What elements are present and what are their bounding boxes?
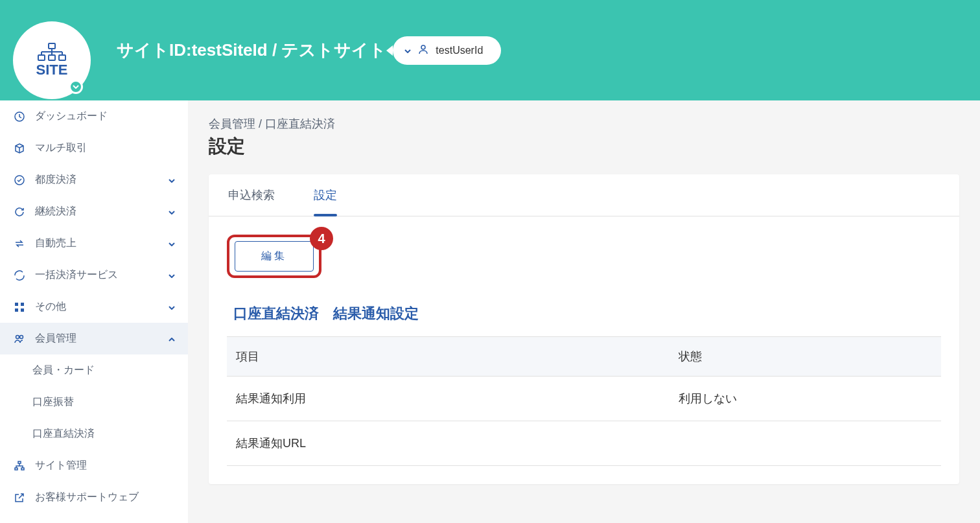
site-badge[interactable]: SITE <box>13 21 91 99</box>
sidebar-item-label: お客様サポートウェブ <box>35 491 139 504</box>
sidebar-item-label: その他 <box>35 300 66 314</box>
chevron-down-icon <box>169 271 175 280</box>
tab-settings[interactable]: 設定 <box>294 174 356 216</box>
svg-rect-2 <box>49 55 55 60</box>
svg-rect-1 <box>38 55 45 60</box>
table-header-row: 項目 状態 <box>227 336 941 377</box>
table-cell-item: 結果通知利用 <box>227 377 670 421</box>
page-title: 設定 <box>209 134 959 159</box>
sidebar-item-continue-payment[interactable]: 継続決済 <box>0 196 188 227</box>
svg-rect-20 <box>21 468 24 470</box>
refresh-icon <box>13 206 26 218</box>
svg-rect-18 <box>18 461 21 463</box>
breadcrumb: 会員管理 / 口座直結決済 <box>209 116 959 132</box>
sidebar-item-label: 自動売上 <box>35 237 76 250</box>
user-id: testUserId <box>436 45 483 56</box>
sidebar-item-label: 継続決済 <box>35 205 76 218</box>
main-content: 会員管理 / 口座直結決済 設定 申込検索 設定 編集 4 口座直結決済 結果通… <box>188 100 980 523</box>
sidebar-item-label: サイト管理 <box>35 459 87 472</box>
chevron-down-icon <box>404 46 411 55</box>
table-cell-state: 利用しない <box>670 377 941 421</box>
sidebar-item-dashboard[interactable]: ダッシュボード <box>0 100 188 132</box>
chevron-down-icon <box>169 176 175 185</box>
svg-rect-19 <box>15 468 18 470</box>
svg-point-17 <box>20 335 23 338</box>
chevron-down-icon[interactable] <box>69 80 83 94</box>
sidebar: ダッシュボード マルチ取引 都度決済 継続決済 自動売上 一括決済サービス <box>0 100 188 523</box>
tabs: 申込検索 設定 <box>209 174 959 216</box>
svg-rect-14 <box>15 308 18 312</box>
svg-point-16 <box>16 335 19 338</box>
section-title: 口座直結決済 結果通知設定 <box>227 304 941 323</box>
settings-table: 項目 状態 結果通知利用 利用しない 結果通知URL <box>227 336 941 466</box>
sidebar-item-support-web[interactable]: お客様サポートウェブ <box>0 482 188 513</box>
edit-button[interactable]: 編集 <box>235 241 314 272</box>
clock-icon <box>13 111 26 122</box>
users-icon <box>13 333 26 345</box>
sidebar-subitem-account-transfer[interactable]: 口座振替 <box>0 386 188 418</box>
svg-rect-12 <box>15 303 18 306</box>
external-link-icon <box>13 492 26 504</box>
check-circle-icon <box>13 174 26 186</box>
chevron-down-icon <box>169 207 175 216</box>
sitemap-icon <box>13 460 26 472</box>
sidebar-item-site-mgmt[interactable]: サイト管理 <box>0 450 188 482</box>
sidebar-item-label: 一括決済サービス <box>35 268 118 282</box>
sidebar-item-other[interactable]: その他 <box>0 291 188 323</box>
sidebar-item-multi[interactable]: マルチ取引 <box>0 132 188 164</box>
sidebar-item-label: マルチ取引 <box>35 141 87 155</box>
sidebar-subitem-direct-debit[interactable]: 口座直結決済 <box>0 418 188 450</box>
sidebar-item-batch-payment[interactable]: 一括決済サービス <box>0 259 188 291</box>
cube-icon <box>13 143 26 154</box>
table-cell-item: 結果通知URL <box>227 421 670 465</box>
sidebar-item-label: 都度決済 <box>35 173 76 187</box>
grid-icon <box>13 301 26 313</box>
table-header-item: 項目 <box>227 337 670 376</box>
chevron-up-icon <box>169 334 175 343</box>
tab-application-search[interactable]: 申込検索 <box>209 174 294 216</box>
svg-rect-0 <box>49 43 55 49</box>
sidebar-item-each-payment[interactable]: 都度決済 <box>0 164 188 196</box>
sidebar-item-member-mgmt[interactable]: 会員管理 <box>0 323 188 354</box>
exchange-icon <box>13 238 26 250</box>
user-menu[interactable]: testUserId <box>393 36 501 65</box>
sidebar-item-label: 会員管理 <box>35 332 76 345</box>
sidebar-item-label: ダッシュボード <box>35 110 108 123</box>
header: SITE サイトID:testSiteId / テストサイト testUserI… <box>0 0 980 100</box>
edit-button-annotation: 編集 4 <box>227 235 321 278</box>
chevron-down-icon <box>169 239 175 248</box>
user-icon <box>417 43 429 58</box>
annotation-frame: 編集 <box>227 235 321 278</box>
chevron-down-icon <box>169 303 175 312</box>
site-badge-text: SITE <box>36 62 68 78</box>
svg-rect-15 <box>21 308 24 312</box>
site-title: サイトID:testSiteId / テストサイト <box>117 39 386 62</box>
sidebar-item-auto-sales[interactable]: 自動売上 <box>0 227 188 259</box>
table-row: 結果通知利用 利用しない <box>227 377 941 421</box>
svg-point-9 <box>421 45 425 49</box>
loop-icon <box>13 270 26 281</box>
sidebar-subitem-member-card[interactable]: 会員・カード <box>0 354 188 386</box>
card: 申込検索 設定 編集 4 口座直結決済 結果通知設定 項目 状態 <box>209 174 959 484</box>
annotation-badge: 4 <box>310 227 333 250</box>
table-row: 結果通知URL <box>227 421 941 466</box>
svg-rect-3 <box>59 55 65 60</box>
table-header-state: 状態 <box>670 337 941 376</box>
table-cell-state <box>670 421 941 465</box>
svg-rect-13 <box>21 303 24 306</box>
sitemap-icon <box>36 42 68 62</box>
